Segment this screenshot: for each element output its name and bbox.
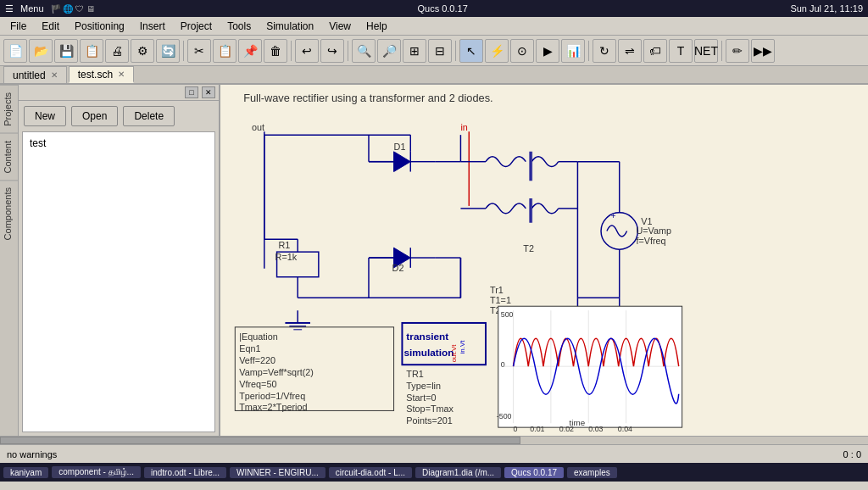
status-message: no warnings [7, 449, 57, 459]
toolbar-delete[interactable]: 🗑 [264, 39, 287, 63]
toolbar-zoom-in[interactable]: 🔍 [352, 39, 376, 63]
svg-text:R1: R1 [279, 240, 291, 250]
svg-text:0.03: 0.03 [588, 425, 603, 433]
toolbar-print[interactable]: 🖨 [105, 39, 129, 63]
menu-file[interactable]: File [3, 19, 33, 34]
tab-testsch[interactable]: test.sch ✕ [69, 66, 134, 83]
menu-view[interactable]: View [322, 19, 358, 34]
svg-text:transient: transient [406, 331, 448, 342]
menu-project[interactable]: Project [174, 19, 219, 34]
svg-text:+: + [611, 211, 616, 220]
menu-positioning[interactable]: Positioning [68, 19, 131, 34]
svg-text:Tperiod=1/Vfreq: Tperiod=1/Vfreq [239, 391, 305, 401]
svg-text:Start=0: Start=0 [406, 393, 436, 403]
canvas-area[interactable]: Full-wave rectifier using a transformer … [220, 85, 868, 436]
tabbar: untitled ✕ test.sch ✕ [0, 66, 868, 85]
toolbar-redo[interactable]: ↪ [320, 39, 344, 63]
menu-edit[interactable]: Edit [35, 19, 66, 34]
panel-header: □ ✕ [19, 85, 219, 101]
svg-text:out: out [252, 122, 264, 132]
taskbar-component[interactable]: component - தமிழ்... [52, 466, 141, 478]
taskbar-examples[interactable]: examples [567, 467, 617, 478]
toolbar-net[interactable]: NET [694, 39, 718, 63]
menu-help[interactable]: Help [359, 19, 394, 34]
svg-text:Vamp=Veff*sqrt(2): Vamp=Veff*sqrt(2) [239, 367, 314, 377]
svg-text:T1=1: T1=1 [490, 295, 511, 305]
taskbar-indtro[interactable]: indtro.odt - Libre... [144, 467, 226, 478]
open-button[interactable]: Open [71, 106, 118, 126]
panel-minimize[interactable]: □ [185, 86, 198, 98]
delete-button[interactable]: Delete [123, 106, 175, 126]
svg-text:Stop=Tmax: Stop=Tmax [406, 404, 453, 414]
menu-icon[interactable]: ☰ [5, 3, 14, 14]
svg-rect-85 [498, 306, 682, 427]
circuit-diagram: Full-wave rectifier using a transformer … [220, 85, 868, 436]
toolbar-paste[interactable]: 📌 [238, 39, 262, 63]
toolbar-new[interactable]: 📄 [3, 39, 27, 63]
toolbar-undo[interactable]: ↩ [295, 39, 319, 63]
hscrollbar[interactable] [0, 436, 868, 444]
taskbar-diagram[interactable]: Diagram1.dia (/m... [415, 467, 501, 478]
svg-text:0: 0 [514, 425, 518, 433]
circuit-title: Full-wave rectifier using a transformer … [243, 92, 492, 104]
taskbar-kaniyam[interactable]: kaniyam [3, 467, 48, 478]
svg-text:|Equation: |Equation [239, 331, 278, 342]
svg-text:Veff=220: Veff=220 [239, 355, 275, 365]
taskbar-circuit[interactable]: circuit-dia.odt - L... [329, 467, 412, 478]
svg-text:-500: -500 [497, 412, 512, 420]
menu-label[interactable]: Menu [20, 3, 44, 14]
toolbar-saveas[interactable]: 📋 [80, 39, 103, 63]
tab-content[interactable]: Content [0, 133, 19, 181]
tab-testsch-close[interactable]: ✕ [118, 70, 125, 79]
taskbar-qucs[interactable]: Qucs 0.0.17 [504, 467, 564, 478]
tab-untitled-close[interactable]: ✕ [51, 70, 58, 80]
toolbar-sim[interactable]: ▶ [536, 39, 559, 63]
toolbar-cut[interactable]: ✂ [187, 39, 211, 63]
toolbar-settings[interactable]: ⚙ [131, 39, 154, 63]
toolbar-refresh[interactable]: 🔄 [156, 39, 180, 63]
toolbar-node[interactable]: ⊙ [510, 39, 534, 63]
toolbar-text[interactable]: T [669, 39, 693, 63]
toolbar-zoom-fit[interactable]: ⊞ [403, 39, 426, 63]
svg-text:D2: D2 [392, 263, 404, 273]
toolbar-select[interactable]: ↖ [459, 39, 483, 63]
app-title: Qucs 0.0.17 [95, 3, 791, 14]
tab-untitled-label: untitled [13, 70, 46, 81]
svg-text:Eqn1: Eqn1 [239, 343, 260, 354]
svg-text:out.Vt: out.Vt [451, 344, 459, 362]
svg-text:simulation: simulation [403, 347, 453, 359]
tab-components[interactable]: Components [0, 180, 19, 247]
menu-simulation[interactable]: Simulation [259, 19, 320, 34]
toolbar-label[interactable]: 🏷 [643, 39, 667, 63]
toolbar-zoom-select[interactable]: ⊟ [428, 39, 452, 63]
toolbar-rotate[interactable]: ↻ [593, 39, 616, 63]
toolbar-copy[interactable]: 📋 [213, 39, 236, 63]
toolbar: 📄 📂 💾 📋 🖨 ⚙ 🔄 ✂ 📋 📌 🗑 ↩ ↪ 🔍 🔎 ⊞ ⊟ ↖ ⚡ ⊙ … [0, 36, 868, 66]
toolbar-mirror[interactable]: ⇌ [618, 39, 642, 63]
tab-projects[interactable]: Projects [0, 85, 19, 133]
project-item-test[interactable]: test [26, 136, 211, 151]
svg-text:V1: V1 [641, 216, 652, 226]
toolbar-save[interactable]: 💾 [54, 39, 78, 63]
menu-insert[interactable]: Insert [133, 19, 172, 34]
toolbar-pencil[interactable]: ✏ [726, 39, 749, 63]
new-button[interactable]: New [24, 106, 66, 126]
side-panel: Projects Content Components □ ✕ New Open… [0, 85, 220, 436]
svg-text:D1: D1 [394, 142, 406, 152]
svg-text:Points=201: Points=201 [406, 415, 452, 426]
toolbar-param[interactable]: 📊 [561, 39, 585, 63]
toolbar-zoom-out[interactable]: 🔎 [377, 39, 401, 63]
toolbar-run[interactable]: ▶▶ [751, 39, 775, 63]
statusbar: no warnings 0 : 0 [0, 444, 868, 463]
taskbar: kaniyam component - தமிழ்... indtro.odt … [0, 463, 868, 482]
panel-close[interactable]: ✕ [202, 86, 215, 98]
toolbar-open[interactable]: 📂 [29, 39, 53, 63]
panel-content: □ ✕ New Open Delete test [19, 85, 219, 436]
toolbar-wire[interactable]: ⚡ [485, 39, 509, 63]
svg-text:TR1: TR1 [406, 369, 423, 379]
tab-testsch-label: test.sch [78, 69, 113, 81]
svg-text:T2: T2 [523, 243, 534, 253]
taskbar-winner[interactable]: WINNER - ENGIRU... [230, 467, 326, 478]
tab-untitled[interactable]: untitled ✕ [3, 66, 67, 83]
menu-tools[interactable]: Tools [220, 19, 258, 34]
